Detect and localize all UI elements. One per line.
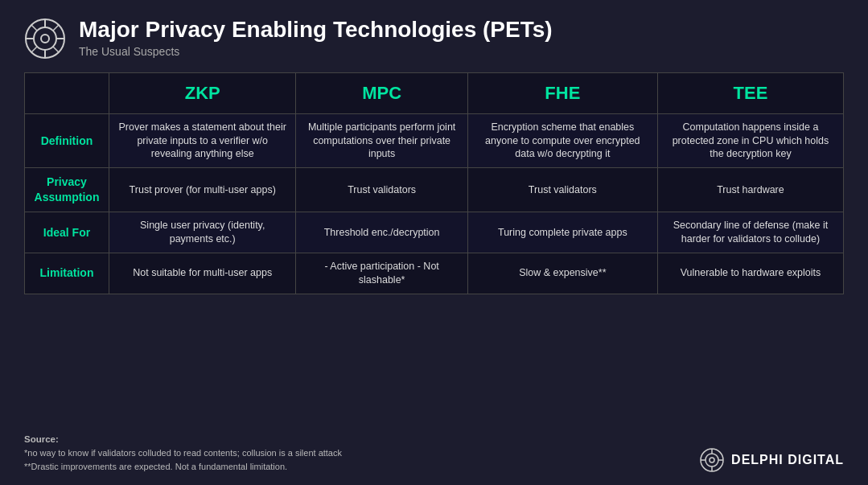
svg-line-10 [31,47,37,52]
footer-notes: Source: *no way to know if validators co… [24,433,342,473]
cell-r3-c1: - Active participation - Not slashable* [296,253,467,294]
row-label-limitation: Limitation [25,253,109,294]
cell-r2-c0: Single user privacy (identity, payments … [109,212,296,253]
corner-cell [25,73,109,114]
header: Major Privacy Enabling Technologies (PET… [24,16,844,60]
cell-r2-c1: Threshold enc./decryption [296,212,467,253]
row-label-definition: Definition [25,113,109,168]
row-label-privacy-assumption: Privacy Assumption [25,168,109,212]
cell-r3-c3: Vulnerable to hardware exploits [657,253,843,294]
cell-r0-c2: Encryption scheme that enables anyone to… [467,113,657,168]
cell-r0-c0: Prover makes a statement about their pri… [109,113,296,168]
footer-note2: **Drastic improvements are expected. Not… [24,460,342,474]
svg-point-13 [710,458,714,462]
cell-r1-c2: Trust validators [467,168,657,212]
svg-point-12 [706,454,718,467]
cell-r0-c1: Multiple participants perform joint comp… [296,113,467,168]
page-logo [24,18,66,60]
svg-line-9 [53,25,59,31]
delphi-brand-name: DELPHI DIGITAL [731,453,844,467]
delphi-brand: DELPHI DIGITAL [699,447,844,473]
header-text: Major Privacy Enabling Technologies (PET… [79,16,553,58]
page-title: Major Privacy Enabling Technologies (PET… [79,16,553,43]
cell-r0-c3: Computation happens inside a protected z… [657,113,843,168]
table-row: LimitationNot suitable for multi-user ap… [25,253,844,294]
pets-table: ZKP MPC FHE TEE DefinitionProver makes a… [24,72,844,294]
delphi-logo-icon [699,447,725,473]
source-label: Source: [24,433,342,446]
col-header-fhe: FHE [467,73,657,114]
cell-r1-c1: Trust validators [296,168,467,212]
page-subtitle: The Usual Suspects [79,45,553,58]
svg-line-8 [53,47,59,52]
cell-r3-c0: Not suitable for multi-user apps [109,253,296,294]
page-container: Major Privacy Enabling Technologies (PET… [0,0,868,485]
cell-r3-c2: Slow & expensive** [467,253,657,294]
table-row: DefinitionProver makes a statement about… [25,113,844,168]
col-header-zkp: ZKP [109,73,296,114]
cell-r1-c3: Trust hardware [657,168,843,212]
svg-point-1 [34,27,56,50]
cell-r2-c2: Turing complete private apps [467,212,657,253]
table-row: Ideal ForSingle user privacy (identity, … [25,212,844,253]
svg-line-7 [31,25,37,31]
col-header-mpc: MPC [296,73,467,114]
table-wrapper: ZKP MPC FHE TEE DefinitionProver makes a… [24,72,844,425]
col-header-tee: TEE [657,73,843,114]
footer-note1: *no way to know if validators colluded t… [24,446,342,460]
svg-point-2 [41,35,49,43]
row-label-ideal-for: Ideal For [25,212,109,253]
cell-r2-c3: Secondary line of defense (make it harde… [657,212,843,253]
footer: Source: *no way to know if validators co… [24,433,844,473]
table-row: Privacy AssumptionTrust prover (for mult… [25,168,844,212]
cell-r1-c0: Trust prover (for multi-user apps) [109,168,296,212]
